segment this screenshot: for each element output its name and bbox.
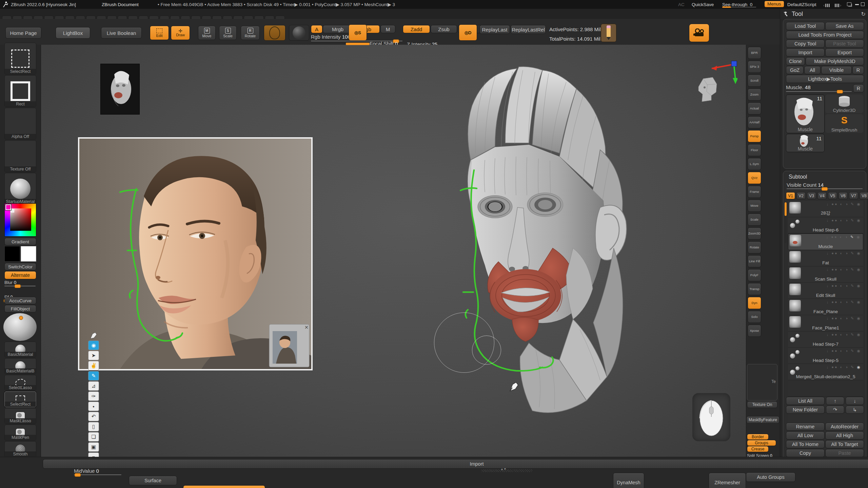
active-tool-thumbnail[interactable]: 11 Muscle: [786, 95, 825, 133]
right-shelf-button[interactable]: Dyn: [748, 297, 761, 309]
save-as-button[interactable]: Save As: [825, 22, 864, 30]
right-shelf-button[interactable]: Persp: [748, 130, 761, 142]
import-mesh-button[interactable]: Import: [43, 459, 868, 469]
copy-tool-icon[interactable]: ❏: [88, 432, 99, 442]
move-down-button[interactable]: ↓: [846, 397, 864, 405]
rotate-button[interactable]: R Rotate: [241, 26, 260, 40]
menu-item[interactable]: [265, 16, 274, 19]
border-button[interactable]: Border: [747, 434, 769, 440]
switch-color-button[interactable]: SwitchColor: [4, 263, 36, 270]
goz-all-button[interactable]: All: [804, 66, 821, 74]
menu-item[interactable]: [118, 16, 127, 19]
list-all-button[interactable]: List All: [786, 397, 825, 405]
color-picker[interactable]: [4, 203, 36, 237]
subtool-scrollbar[interactable]: [785, 202, 787, 243]
right-shelf-button[interactable]: L.Sym: [748, 158, 761, 170]
tray-thumbnail-item[interactable]: SelectRect: [4, 43, 36, 75]
menu-item[interactable]: [275, 16, 285, 19]
gesture-tool-icon[interactable]: ✌: [88, 361, 99, 370]
subtool-item[interactable]: ↓ ●● ◐ ◑ ✎ ◉ Face_Plane1: [788, 315, 863, 331]
move-button[interactable]: M M Move: [198, 26, 216, 40]
menu-item[interactable]: [2, 16, 12, 19]
menu-item[interactable]: [86, 16, 96, 19]
tray-brush-item[interactable]: BasicMaterialB: [4, 358, 36, 374]
texture-preview[interactable]: Te: [747, 364, 777, 401]
tray-thumbnail-item[interactable]: StartupMaterial: [4, 173, 36, 205]
dot-tool-icon[interactable]: •: [88, 402, 99, 411]
menus-button[interactable]: Menus: [765, 1, 784, 7]
subtool-v-button[interactable]: V5: [828, 192, 837, 199]
quicksave-button[interactable]: QuickSave: [692, 2, 714, 7]
goz-r-button[interactable]: R: [852, 66, 864, 74]
menu-item[interactable]: [107, 16, 117, 19]
export-button[interactable]: Export: [825, 48, 864, 57]
right-shelf-button[interactable]: Transp: [748, 283, 761, 295]
current-material-button[interactable]: [289, 25, 309, 41]
subtool-item-icons[interactable]: ↓ ●● ◐ ◑ ✎ ◉: [827, 218, 861, 223]
right-shelf-button[interactable]: Actual: [748, 102, 761, 115]
simplebrush-tool[interactable]: S SimpleBrush: [825, 114, 863, 133]
undo-tool-icon[interactable]: ↶: [88, 412, 99, 421]
right-shelf-button[interactable]: Frame: [748, 186, 761, 198]
lightbox-tools-button[interactable]: Lightbox▶Tools: [786, 75, 864, 83]
subtool-item-icons[interactable]: ↓ ●● ◐ ◑ ✎ ◉: [827, 202, 861, 206]
replay-last-button[interactable]: ReplayLast: [479, 25, 510, 34]
cylinder3d-tool[interactable]: Cylinder3D: [825, 95, 863, 113]
subtool-item[interactable]: ↓ ●● ◐ ◑ ✎ ◉ Head Step-5: [788, 348, 863, 364]
paste-tool-button[interactable]: Paste Tool: [825, 40, 864, 48]
right-shelf-button[interactable]: Rotate: [748, 241, 761, 253]
copy-subtool-button[interactable]: Copy: [786, 449, 825, 457]
menu-item[interactable]: [202, 16, 211, 19]
accucurve-button[interactable]: AccuCurve: [4, 297, 36, 304]
sculpt-model[interactable]: [383, 58, 651, 424]
subtool-v-button[interactable]: V8: [860, 192, 868, 199]
subtool-item-icons[interactable]: ↓ ●● ◐ ◑ ✎ ◉: [827, 267, 861, 272]
right-shelf-button[interactable]: Floor: [748, 144, 761, 156]
see-through-track[interactable]: [722, 7, 756, 7]
scale-button[interactable]: S Scale: [219, 26, 237, 40]
menu-item[interactable]: [223, 16, 232, 19]
right-shelf-button[interactable]: Zoom: [748, 88, 761, 101]
menu-item[interactable]: [13, 16, 22, 19]
all-to-home-button[interactable]: All To Home: [786, 440, 825, 448]
crease-button[interactable]: Crease: [747, 446, 769, 452]
subtool-item[interactable]: ↓ ●● ◐ ◑ ✎ ◉ Fat: [788, 250, 863, 266]
import-button[interactable]: Import: [786, 48, 825, 57]
subtool-v-button[interactable]: V7: [849, 192, 858, 199]
intensity-sphere[interactable]: [3, 313, 37, 341]
delete-tool-icon[interactable]: ▯: [88, 422, 99, 431]
tray-thumbnail-item[interactable]: Alpha Off: [4, 108, 36, 140]
menu-item[interactable]: [97, 16, 106, 19]
tray-brush-item[interactable]: MaskPen: [4, 425, 36, 441]
make-polymesh3d-button[interactable]: Make PolyMesh3D: [806, 57, 864, 65]
left-tray-toggle-icon[interactable]: ‹: [823, 3, 830, 8]
document-canvas[interactable]: ✕: [41, 45, 746, 459]
right-shelf-button[interactable]: SPix 3: [748, 61, 761, 73]
menu-item[interactable]: [181, 16, 190, 19]
m-button[interactable]: M: [380, 25, 395, 33]
menu-item[interactable]: [139, 16, 148, 19]
measure-tool-icon[interactable]: ⊿: [88, 381, 99, 391]
alternate-button[interactable]: Alternate: [4, 271, 36, 279]
right-shelf-button[interactable]: Zoom3D: [748, 227, 761, 240]
brush-tool-icon[interactable]: ✑: [88, 391, 99, 401]
groups-button[interactable]: Groups: [747, 440, 776, 446]
menu-item[interactable]: [65, 16, 75, 19]
menu-item[interactable]: [34, 16, 43, 19]
menu-item[interactable]: [244, 16, 253, 19]
visible-count-slider[interactable]: Visible Count 14: [787, 182, 863, 189]
right-shelf-button[interactable]: Line Fill: [748, 255, 761, 267]
menu-item[interactable]: [233, 16, 243, 19]
all-low-button[interactable]: All Low: [786, 431, 825, 440]
tray-brush-item[interactable]: SelectLasso: [4, 375, 36, 391]
menu-item[interactable]: [55, 16, 64, 19]
clone-button[interactable]: Clone: [786, 57, 805, 65]
load-tools-from-project-button[interactable]: Load Tools From Project: [786, 31, 864, 39]
zsub-button[interactable]: Zsub: [431, 25, 457, 33]
default-zscript-button[interactable]: DefaultZScript: [787, 2, 816, 7]
blur-slider[interactable]: Blur 0: [4, 280, 36, 286]
right-shelf-button[interactable]: Xpose: [748, 325, 761, 337]
lightbox-button[interactable]: LightBox: [56, 27, 90, 39]
tray-thumbnail-item[interactable]: Rect: [4, 75, 36, 107]
tray-brush-item[interactable]: MaskLasso: [4, 408, 36, 424]
